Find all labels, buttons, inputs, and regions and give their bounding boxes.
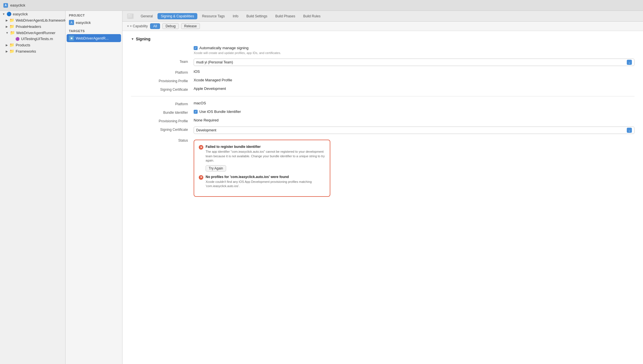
try-again-button[interactable]: Try Again [206,165,226,171]
provisioning-ios-row: Provisioning Profile Xcode Managed Profi… [131,78,634,83]
sidebar-item-privateheaders[interactable]: ▶ 📁 PrivateHeaders [0,23,65,30]
chevron-signing-icon: ▼ [131,37,134,41]
sidebar-label-products: Products [16,43,30,47]
cert-ios-row: Signing Certificate Apple Development [131,86,634,92]
sub-tab-bar: + + Capability All Debug Release [122,22,643,31]
error-desc-1: The app identifier "com.ieasyclick.auto.… [206,150,325,163]
platform-ios-row: Platform iOS [131,69,634,75]
auto-signing-description: Xcode will create and update profiles, a… [194,51,308,55]
chevron-right-icon3: ▶ [6,44,8,47]
bundle-id-value: ✓ Use iOS Bundle Identifier [194,109,634,114]
tab-info[interactable]: Info [229,13,242,19]
app-title: easyclick [10,3,25,7]
bundle-id-checkbox[interactable]: ✓ [194,110,198,114]
chevron-right-icon2: ▶ [6,25,8,28]
signing-section-header: ▼ Signing [131,37,634,41]
provisioning-mac-label: Provisioning Profile [131,118,194,123]
error-item-1: ✕ Failed to register bundle identifier T… [199,145,325,171]
platform-mac-label: Platform [131,101,194,106]
cert-mac-select-value: Development [196,128,625,132]
provisioning-ios-label: Provisioning Profile [131,78,194,83]
panel-label-easyclick: easyclick [76,20,91,25]
sidebar-label-frameworks: Frameworks [16,49,36,53]
platform-ios-value: iOS [194,69,634,74]
bundle-id-checkbox-label: Use iOS Bundle Identifier [199,109,241,114]
folder-icon4: 📁 [9,43,14,47]
cert-mac-select[interactable]: Development ⌄ [194,127,634,134]
title-bar: A easyclick [0,0,643,11]
auto-signing-checkbox-group: ✓ Automatically manage signing [194,46,634,50]
sidebar-label-runner: WebDriverAgentRunner [16,31,56,35]
file-icon: 🟣 [15,37,20,41]
auto-signing-checkbox[interactable]: ✓ [194,46,198,50]
auto-signing-label [131,46,194,47]
tab-build-phases[interactable]: Build Phases [272,13,299,19]
project-app-icon: A [69,20,74,25]
tab-bar: ⬜ General Signing & Capabilities Resourc… [122,11,643,22]
sidebar-item-easyclick[interactable]: ▼ 🔵 easyclick [0,11,65,17]
cert-mac-select-arrow: ⌄ [627,128,632,133]
error-title-1: Failed to register bundle identifier [206,145,325,149]
panel-label-target: WebDriverAgentR... [76,36,108,40]
status-row: Status ✕ Failed to register bundle ident… [131,137,634,197]
status-value: ✕ Failed to register bundle identifier T… [194,137,634,197]
cert-ios-value: Apple Development [194,86,634,91]
app-icon: A [3,3,8,8]
error-item-1-content: Failed to register bundle identifier The… [206,145,325,171]
targets-section-header: TARGETS [65,26,122,34]
separator [131,96,634,96]
filter-debug-button[interactable]: Debug [162,23,179,29]
folder-icon5: 📁 [9,49,14,53]
provisioning-mac-value: None Required [194,118,634,122]
sidebar-item-products[interactable]: ▶ 📁 Products [0,42,65,48]
target-icon: ▣ [69,36,74,41]
team-select-arrow: ⌄ [627,60,632,65]
tab-build-settings[interactable]: Build Settings [243,13,271,19]
auto-signing-row: ✓ Automatically manage signing Xcode wil… [131,46,634,55]
platform-mac-row: Platform macOS [131,101,634,106]
panel-item-easyclick[interactable]: A easyclick [65,18,122,26]
main-area: ▼ 🔵 easyclick ▶ 📁 WebDriverAgentLib.fram… [0,11,643,364]
project-panel: PROJECT A easyclick TARGETS ▣ WebDriverA… [65,11,122,364]
team-value: mudi yi (Personal Team) ⌄ [194,59,634,66]
sidebar-label-uitests: UITestingUITests.m [21,37,53,41]
add-capability-button[interactable]: + + Capability [127,24,148,28]
error-icon-2: ✕ [199,175,203,180]
sidebar-item-frameworks[interactable]: ▶ 📁 Frameworks [0,48,65,54]
chevron-right-icon: ▶ [6,19,8,22]
filter-release-button[interactable]: Release [181,23,200,29]
tab-build-rules[interactable]: Build Rules [300,13,324,19]
folder-icon3: 📁 [10,30,15,35]
bundle-id-label: Bundle Identifier [131,109,194,115]
content-area: ⬜ General Signing & Capabilities Resourc… [122,11,643,364]
sidebar-item-uitests[interactable]: 🟣 UITestingUITests.m [0,36,65,42]
sidebar-label-easyclick: easyclick [13,12,28,16]
project-section-header: PROJECT [65,11,122,18]
platform-mac-value: macOS [194,101,634,105]
filter-all-button[interactable]: All [150,23,160,29]
panel-item-target[interactable]: ▣ WebDriverAgentR... [67,34,121,42]
error-desc-2: Xcode couldn't find any iOS App Developm… [206,180,325,189]
sidebar-toggle-button[interactable]: ⬜ [127,13,134,19]
plus-icon: + [127,24,129,28]
sidebar-item-webdriverlib[interactable]: ▶ 📁 WebDriverAgentLib.framework [0,17,65,23]
cert-mac-row: Signing Certificate Development ⌄ [131,127,634,134]
team-select[interactable]: mudi yi (Personal Team) ⌄ [194,59,634,66]
status-label: Status [131,137,194,142]
content-scroll: ▼ Signing ✓ Automatically manage signing… [122,31,643,364]
tab-general[interactable]: General [137,13,156,19]
signing-section-title: Signing [136,37,150,41]
bundle-id-row: Bundle Identifier ✓ Use iOS Bundle Ident… [131,109,634,115]
sidebar-label-privateheaders: PrivateHeaders [16,24,41,29]
sidebar-item-runner[interactable]: ▼ 📁 WebDriverAgentRunner [0,30,65,36]
folder-icon: 📁 [9,18,14,22]
provisioning-mac-row: Provisioning Profile None Required [131,118,634,123]
tab-resource-tags[interactable]: Resource Tags [198,13,228,19]
tab-signing[interactable]: Signing & Capabilities [157,13,198,19]
folder-icon2: 📁 [9,24,14,29]
error-item-2-content: No profiles for 'com.ieasyclick.auto.ios… [206,175,325,189]
error-item-2: ✕ No profiles for 'com.ieasyclick.auto.i… [199,175,325,189]
chevron-right-icon4: ▶ [6,50,8,53]
team-row: Team mudi yi (Personal Team) ⌄ [131,59,634,66]
sidebar-label-webdriverlib: WebDriverAgentLib.framework [16,18,65,22]
